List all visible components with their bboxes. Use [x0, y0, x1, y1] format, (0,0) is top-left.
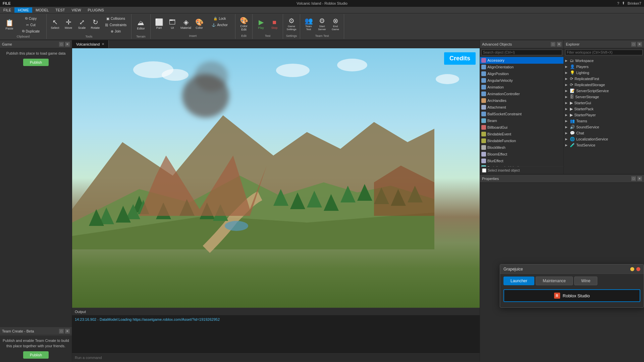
menu-model[interactable]: MODEL [32, 7, 52, 13]
explorer-item[interactable]: ▶ 🗂 Workspace [564, 58, 644, 64]
grapejuice-tab-maintenance[interactable]: Maintenance [536, 277, 573, 285]
color-btn[interactable]: 🎨 Color [193, 15, 206, 33]
help-icon[interactable]: ? [617, 1, 619, 5]
explorer-item[interactable]: ▶ 👥 Teams [564, 118, 644, 124]
explorer-item[interactable]: ▶ 💬 Chat [564, 130, 644, 136]
part-btn[interactable]: ⬜ Part [153, 15, 165, 33]
game-settings-btn[interactable]: ⚙ Game Settings [285, 15, 298, 33]
move-btn[interactable]: ✛ Move [62, 15, 75, 33]
rotate-btn[interactable]: ↻ Rotate [89, 15, 102, 33]
team-create-publish-btn[interactable]: Publish [23, 351, 49, 359]
adv-obj-item[interactable]: BillboardGui [480, 124, 564, 131]
game-panel-publish-btn[interactable]: Publish [23, 59, 49, 66]
material-btn[interactable]: ◈ Material [179, 15, 192, 33]
adv-obj-search-input[interactable] [481, 50, 562, 55]
duplicate-btn[interactable]: ⧉ Duplicate [17, 28, 44, 34]
adv-obj-item[interactable]: Beam [480, 117, 564, 124]
editor-btn[interactable]: ⛰ Editor [133, 15, 148, 34]
properties-close[interactable]: ✕ [637, 176, 642, 181]
explorer-item[interactable]: ▶ 📝 ServerScriptService [564, 88, 644, 94]
end-game-btn[interactable]: ⊗ End Game [329, 15, 342, 33]
adv-obj-item[interactable]: BlurEffect [480, 158, 564, 164]
file-label[interactable]: FILE [3, 1, 11, 5]
anchor-btn[interactable]: ⚓ Anchor [206, 22, 233, 28]
explorer-item[interactable]: ▶ ▶ StarterPlayer [564, 112, 644, 118]
explorer-filter-input[interactable] [565, 50, 643, 55]
team-create-expand[interactable]: □ [59, 329, 64, 334]
explorer-item[interactable]: ▶ 👤 Players [564, 64, 644, 70]
adv-obj-item[interactable]: BindableFunction [480, 137, 564, 144]
adv-obj-item[interactable]: Accessory [480, 57, 564, 64]
explorer-item[interactable]: ▶ 💡 Lighting [564, 70, 644, 76]
roblox-studio-btn[interactable]: R Roblox Studio [503, 289, 640, 302]
adv-obj-expand[interactable]: □ [551, 42, 555, 47]
viewport-tab-volcanic[interactable]: VolcanicIsland ✕ [72, 40, 109, 48]
ui-btn[interactable]: 🗔 UI [166, 15, 179, 33]
credits-btn[interactable]: Credits [444, 52, 476, 65]
menu-plugins[interactable]: PLUGINS [85, 7, 107, 13]
stop-btn[interactable]: ■ Stop [268, 15, 281, 33]
adv-obj-item[interactable]: BallSocketConstraint [480, 111, 564, 117]
adv-obj-item[interactable]: AnimationController [480, 90, 564, 97]
adv-obj-item[interactable]: ArcHandles [480, 97, 564, 104]
play-btn[interactable]: ▶ Play [255, 15, 267, 33]
explorer-item[interactable]: ▶ ▶ StarterPack [564, 106, 644, 112]
select-btn[interactable]: ↖ Select [49, 15, 61, 33]
color-edit-btn[interactable]: 🎨 Color Edit [237, 15, 250, 33]
explorer-item[interactable]: ▶ ▶ StarterGui [564, 100, 644, 106]
adv-obj-icon [481, 58, 486, 63]
game-panel-expand[interactable]: □ [59, 42, 64, 47]
viewport-tab-close[interactable]: ✕ [102, 42, 104, 46]
edit-label: Edit [241, 34, 247, 38]
grapejuice-tab-wine[interactable]: Wine [574, 277, 597, 285]
grapejuice-minimize[interactable] [630, 267, 634, 271]
explorer-item[interactable]: ▶ 🧪 TestService [564, 142, 644, 148]
menu-file[interactable]: FILE [0, 7, 14, 13]
adv-obj-item[interactable]: BodyAngularVelocity [480, 164, 564, 167]
grapejuice-tab-launcher[interactable]: Launcher [503, 277, 534, 285]
adv-obj-item[interactable]: BloomEffect [480, 151, 564, 158]
constraints-btn[interactable]: ⛓ Constraints [102, 22, 129, 28]
adv-obj-item[interactable]: Attachment [480, 104, 564, 111]
adv-obj-close[interactable]: ✕ [557, 42, 561, 47]
explorer-close[interactable]: ✕ [637, 42, 642, 47]
command-input[interactable] [75, 356, 477, 360]
settings-label: Settings [286, 34, 297, 38]
adv-obj-item[interactable]: AlignOrientation [480, 64, 564, 70]
explorer-item[interactable]: ▶ 🌐 LocalizationService [564, 136, 644, 142]
collisions-btn[interactable]: ▣ Collisions [102, 15, 129, 21]
lock-btn[interactable]: 🔒 Lock [206, 15, 233, 21]
scale-btn[interactable]: ⤢ Scale [75, 15, 88, 33]
select-inserted-checkbox[interactable] [482, 168, 486, 173]
team-test-btn[interactable]: 👥 Team Test [302, 15, 315, 33]
output-header: Output [72, 308, 480, 315]
adv-obj-item[interactable]: BlockMesh [480, 144, 564, 151]
explorer-item[interactable]: ▶ ⟳ ReplicatedFirst [564, 76, 644, 82]
grapejuice-close[interactable] [636, 267, 640, 271]
grapejuice-dialog: Grapejuice Launcher Maintenance Wine R R… [500, 264, 644, 308]
game-panel-close[interactable]: ✕ [65, 42, 70, 47]
copy-btn[interactable]: ⧉ Copy [17, 15, 44, 21]
explorer-item[interactable]: ▶ 🔊 SoundService [564, 124, 644, 130]
adv-obj-item[interactable]: BindableEvent [480, 131, 564, 137]
viewport[interactable]: Credits [72, 48, 480, 308]
menu-home[interactable]: HOME [14, 7, 32, 13]
explorer-item[interactable]: ▶ ⟳ ReplicatedStorage [564, 82, 644, 88]
adv-obj-item[interactable]: AlignPosition [480, 70, 564, 77]
paste-btn[interactable]: 📋 Paste [2, 15, 17, 34]
share-icon[interactable]: ⬆ [622, 1, 625, 5]
adv-obj-item[interactable]: AngularVelocity [480, 77, 564, 84]
explorer-item[interactable]: ▶ 🗄 ServerStorage [564, 94, 644, 100]
team-create-close[interactable]: ✕ [65, 329, 70, 334]
user-name[interactable]: Brinker7 [628, 1, 641, 5]
adv-obj-item[interactable]: Animation [480, 84, 564, 90]
explorer-item-label: TestService [576, 143, 595, 147]
start-server-btn[interactable]: ⚙ Start Server [316, 15, 328, 33]
cut-btn[interactable]: ✂ Cut [17, 22, 44, 28]
adv-obj-icon [481, 152, 486, 157]
menu-test[interactable]: TEST [52, 7, 68, 13]
menu-view[interactable]: VIEW [68, 7, 84, 13]
properties-expand[interactable]: □ [631, 176, 636, 181]
join-btn[interactable]: ⊕ Join [102, 28, 129, 34]
explorer-expand[interactable]: □ [631, 42, 636, 47]
